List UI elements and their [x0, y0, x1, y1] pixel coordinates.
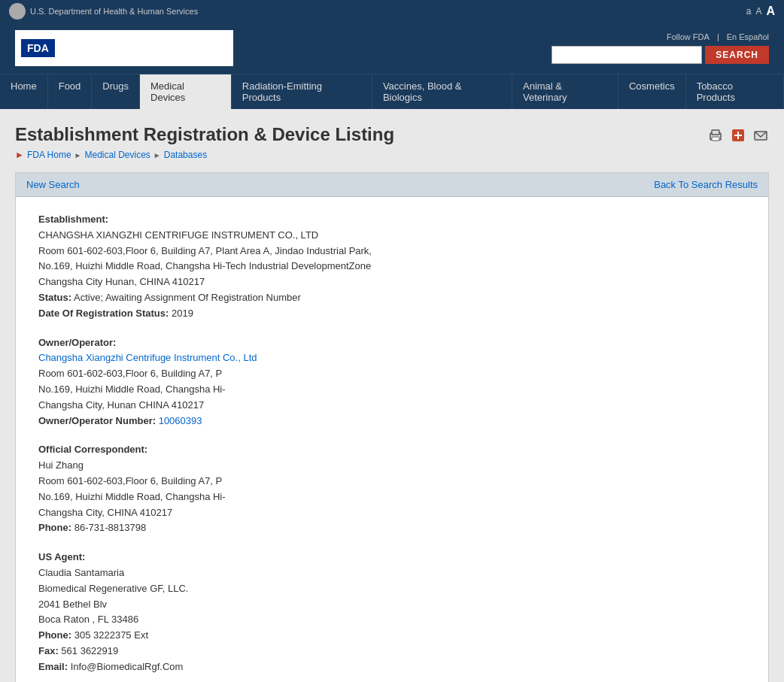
- us-agent-label: US Agent:: [38, 550, 746, 565]
- nav-bar: Home Food Drugs Medical Devices Radiatio…: [0, 74, 784, 109]
- owner-address3: Changsha City, Hunan CHINA 410217: [38, 398, 746, 414]
- breadcrumb-medical-devices[interactable]: Medical Devices: [84, 150, 150, 160]
- status-value: Active; Awaiting Assignment Of Registrat…: [74, 292, 301, 303]
- agent-fax-row: Fax: 561 3622919: [38, 644, 746, 659]
- nav-food[interactable]: Food: [48, 74, 93, 109]
- nav-medical-devices[interactable]: Medical Devices: [140, 74, 232, 109]
- nav-tobacco[interactable]: Tobacco Products: [686, 74, 784, 109]
- breadcrumb: ► FDA Home ► Medical Devices ► Databases: [15, 150, 769, 160]
- main-content: Establishment Registration & Device List…: [0, 109, 784, 682]
- agent-phone-label: Phone:: [38, 629, 71, 641]
- est-address2: No.169, Huizhi Middle Road, Changsha Hi-…: [38, 259, 746, 274]
- results-box: New Search Back To Search Results Establ…: [15, 172, 769, 682]
- search-area: SEARCH: [552, 46, 769, 64]
- corr-address1: Room 601-602-603,Floor 6, Building A7, P: [38, 474, 746, 490]
- owner-number-row: Owner/Operator Number: 10060393: [38, 414, 746, 429]
- owner-address2: No.169, Huizhi Middle Road, Changsha Hi-: [38, 382, 746, 398]
- owner-number-label: Owner/Operator Number:: [38, 415, 156, 426]
- owner-section: Owner/Operator: Changsha Xiangzhi Centri…: [38, 335, 746, 429]
- agent-company: Biomedical Regenerative GF, LLC.: [38, 581, 746, 597]
- follow-fda-link[interactable]: Follow FDA: [667, 32, 710, 41]
- detail-content: Establishment: CHANGSHA XIANGZHI CENTRIF…: [16, 197, 768, 682]
- correspondent-section: Official Correspondent: Hui Zhang Room 6…: [38, 442, 746, 536]
- owner-label: Owner/Operator:: [38, 335, 746, 351]
- page-title: Establishment Registration & Device List…: [15, 124, 394, 145]
- date-value: 2019: [172, 308, 193, 319]
- breadcrumb-sep-1: ►: [74, 151, 82, 159]
- agency-area: U.S. Department of Health & Human Servic…: [9, 3, 198, 20]
- text-size-large[interactable]: A: [766, 5, 775, 18]
- top-bar: U.S. Department of Health & Human Servic…: [0, 0, 784, 23]
- text-size-small[interactable]: a: [746, 6, 752, 17]
- correspondent-name: Hui Zhang: [38, 458, 746, 474]
- est-address1: Room 601-602-603,Floor 6, Building A7, P…: [38, 244, 746, 259]
- establishment-label: Establishment:: [38, 212, 746, 228]
- header-divider: |: [717, 32, 719, 41]
- agent-address2: Boca Raton , FL 33486: [38, 612, 746, 628]
- agency-name: U.S. Department of Health & Human Servic…: [30, 7, 198, 16]
- owner-name-link[interactable]: Changsha Xiangzhi Centrifuge Instrument …: [38, 352, 257, 363]
- search-button[interactable]: SEARCH: [705, 46, 769, 64]
- agent-email-value: Info@BiomedicalRgf.Com: [71, 661, 184, 672]
- email-icon[interactable]: [752, 127, 769, 144]
- breadcrumb-arrow: ►: [15, 150, 24, 160]
- fda-badge: FDA: [20, 38, 56, 59]
- est-status: Status: Active; Awaiting Assignment Of R…: [38, 290, 746, 306]
- agent-phone-row: Phone: 305 3222375 Ext: [38, 628, 746, 644]
- search-input[interactable]: [552, 46, 702, 64]
- print-icon[interactable]: [707, 127, 724, 144]
- agent-fax-label: Fax:: [38, 645, 59, 656]
- agent-fax-value: 561 3622919: [61, 645, 118, 656]
- establishment-section: Establishment: CHANGSHA XIANGZHI CENTRIF…: [38, 212, 746, 322]
- owner-address1: Room 601-602-603,Floor 6, Building A7, P: [38, 366, 746, 382]
- new-search-link[interactable]: New Search: [26, 179, 80, 190]
- nav-radiation[interactable]: Radiation-Emitting Products: [232, 74, 372, 109]
- correspondent-label: Official Correspondent:: [38, 442, 746, 458]
- logo-area: FDA U.S. FOOD & DRUG ADMINISTRATION: [15, 30, 233, 66]
- header-links: Follow FDA | En Español: [667, 32, 769, 41]
- est-date: Date Of Registration Status: 2019: [38, 306, 746, 322]
- corr-phone-label: Phone:: [38, 522, 71, 533]
- nav-cosmetics[interactable]: Cosmetics: [618, 74, 686, 109]
- header: FDA U.S. FOOD & DRUG ADMINISTRATION Foll…: [0, 23, 784, 74]
- breadcrumb-databases[interactable]: Databases: [164, 150, 207, 160]
- agent-email-row: Email: Info@BiomedicalRgf.Com: [38, 659, 746, 675]
- est-address3: Changsha City Hunan, CHINA 410217: [38, 274, 746, 290]
- agent-name: Claudia Santamaria: [38, 565, 746, 581]
- nav-animal[interactable]: Animal & Veterinary: [512, 74, 618, 109]
- back-to-results-link[interactable]: Back To Search Results: [654, 179, 758, 190]
- corr-phone-value: 86-731-8813798: [74, 522, 146, 533]
- agent-address1: 2041 Bethel Blv: [38, 597, 746, 613]
- svg-rect-2: [712, 137, 719, 141]
- establishment-name: CHANGSHA XIANGZHI CENTRIFUGE INSTRUMENT …: [38, 228, 746, 244]
- fda-main-name: U.S. FOOD & DRUG: [62, 33, 229, 53]
- agent-email-label: Email:: [38, 661, 68, 672]
- results-nav: New Search Back To Search Results: [16, 173, 768, 197]
- fda-sub-name: ADMINISTRATION: [62, 53, 229, 63]
- page-actions: [707, 127, 769, 144]
- fda-text: U.S. FOOD & DRUG ADMINISTRATION: [62, 33, 229, 63]
- header-right: Follow FDA | En Español SEARCH: [552, 32, 769, 64]
- svg-rect-1: [712, 130, 719, 135]
- nav-vaccines[interactable]: Vaccines, Blood & Biologics: [372, 74, 512, 109]
- en-espanol-link[interactable]: En Español: [727, 32, 769, 41]
- breadcrumb-sep-2: ►: [153, 151, 161, 159]
- add-icon[interactable]: [730, 127, 746, 144]
- nav-home[interactable]: Home: [0, 74, 48, 109]
- page-title-area: Establishment Registration & Device List…: [15, 124, 769, 145]
- status-label: Status:: [38, 292, 71, 303]
- text-size-controls[interactable]: a A A: [746, 5, 775, 18]
- corr-phone-row: Phone: 86-731-8813798: [38, 520, 746, 536]
- us-agent-section: US Agent: Claudia Santamaria Biomedical …: [38, 550, 746, 674]
- corr-address2: No.169, Huizhi Middle Road, Changsha Hi-: [38, 490, 746, 505]
- owner-name: Changsha Xiangzhi Centrifuge Instrument …: [38, 350, 746, 366]
- corr-address3: Changsha City, CHINA 410217: [38, 505, 746, 521]
- text-size-medium[interactable]: A: [755, 6, 761, 17]
- breadcrumb-fda-home[interactable]: FDA Home: [27, 150, 71, 160]
- owner-number-link[interactable]: 10060393: [159, 415, 202, 426]
- date-label: Date Of Registration Status:: [38, 308, 169, 319]
- agent-phone-value: 305 3222375 Ext: [74, 629, 148, 641]
- hhs-seal-icon: [9, 3, 26, 20]
- nav-drugs[interactable]: Drugs: [92, 74, 140, 109]
